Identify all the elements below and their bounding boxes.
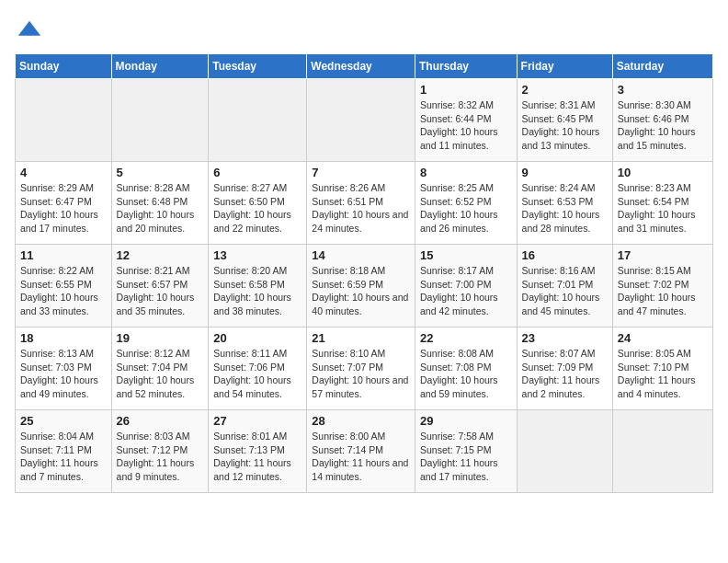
day-info: Sunrise: 8:30 AM Sunset: 6:46 PM Dayligh… <box>618 98 708 153</box>
day-info: Sunrise: 8:26 AM Sunset: 6:51 PM Dayligh… <box>312 181 410 236</box>
day-number: 5 <box>117 166 204 179</box>
header-row: SundayMondayTuesdayWednesdayThursdayFrid… <box>16 54 713 79</box>
day-cell: 18Sunrise: 8:13 AM Sunset: 7:03 PM Dayli… <box>16 327 112 410</box>
day-info: Sunrise: 8:10 AM Sunset: 7:07 PM Dayligh… <box>312 347 410 401</box>
day-number: 10 <box>618 166 708 179</box>
day-number: 17 <box>618 248 708 262</box>
day-info: Sunrise: 8:29 AM Sunset: 6:47 PM Dayligh… <box>20 181 107 236</box>
header-cell-monday: Monday <box>111 54 209 79</box>
day-cell: 5Sunrise: 8:28 AM Sunset: 6:48 PM Daylig… <box>111 162 209 245</box>
day-info: Sunrise: 8:07 AM Sunset: 7:09 PM Dayligh… <box>522 347 608 401</box>
day-info: Sunrise: 8:12 AM Sunset: 7:04 PM Dayligh… <box>117 347 204 401</box>
day-cell: 14Sunrise: 8:18 AM Sunset: 6:59 PM Dayli… <box>307 245 415 327</box>
day-number: 6 <box>213 166 301 179</box>
day-info: Sunrise: 8:00 AM Sunset: 7:14 PM Dayligh… <box>312 430 410 484</box>
calendar-header: SundayMondayTuesdayWednesdayThursdayFrid… <box>16 54 713 79</box>
day-number: 19 <box>117 331 204 345</box>
day-info: Sunrise: 8:05 AM Sunset: 7:10 PM Dayligh… <box>618 347 708 401</box>
day-number: 28 <box>312 414 410 428</box>
week-row-0: 1Sunrise: 8:32 AM Sunset: 6:44 PM Daylig… <box>16 79 713 162</box>
header-cell-friday: Friday <box>517 54 612 79</box>
day-info: Sunrise: 8:23 AM Sunset: 6:54 PM Dayligh… <box>618 181 708 236</box>
day-number: 2 <box>522 83 608 97</box>
day-cell <box>111 79 209 162</box>
day-info: Sunrise: 8:27 AM Sunset: 6:50 PM Dayligh… <box>213 181 301 236</box>
day-cell: 12Sunrise: 8:21 AM Sunset: 6:57 PM Dayli… <box>111 245 209 327</box>
header-cell-saturday: Saturday <box>612 54 712 79</box>
day-cell: 17Sunrise: 8:15 AM Sunset: 7:02 PM Dayli… <box>612 245 712 327</box>
logo <box>15 18 42 44</box>
day-number: 3 <box>618 83 708 97</box>
day-cell: 23Sunrise: 8:07 AM Sunset: 7:09 PM Dayli… <box>517 327 612 410</box>
day-cell: 21Sunrise: 8:10 AM Sunset: 7:07 PM Dayli… <box>307 327 415 410</box>
day-cell: 6Sunrise: 8:27 AM Sunset: 6:50 PM Daylig… <box>209 162 307 245</box>
day-cell <box>16 79 112 162</box>
day-info: Sunrise: 8:25 AM Sunset: 6:52 PM Dayligh… <box>420 181 512 236</box>
day-cell: 19Sunrise: 8:12 AM Sunset: 7:04 PM Dayli… <box>111 327 209 410</box>
day-cell: 2Sunrise: 8:31 AM Sunset: 6:45 PM Daylig… <box>517 79 612 162</box>
day-cell: 3Sunrise: 8:30 AM Sunset: 6:46 PM Daylig… <box>612 79 712 162</box>
day-info: Sunrise: 8:11 AM Sunset: 7:06 PM Dayligh… <box>213 347 301 401</box>
header-cell-tuesday: Tuesday <box>209 54 307 79</box>
day-number: 25 <box>20 414 107 428</box>
day-info: Sunrise: 8:04 AM Sunset: 7:11 PM Dayligh… <box>20 430 107 484</box>
day-cell: 9Sunrise: 8:24 AM Sunset: 6:53 PM Daylig… <box>517 162 612 245</box>
day-info: Sunrise: 8:20 AM Sunset: 6:58 PM Dayligh… <box>213 264 301 318</box>
day-number: 18 <box>20 331 107 345</box>
svg-marker-0 <box>18 21 40 36</box>
calendar-body: 1Sunrise: 8:32 AM Sunset: 6:44 PM Daylig… <box>16 79 713 493</box>
day-number: 21 <box>312 331 410 345</box>
day-number: 7 <box>312 166 410 179</box>
day-cell: 7Sunrise: 8:26 AM Sunset: 6:51 PM Daylig… <box>307 162 415 245</box>
day-info: Sunrise: 8:32 AM Sunset: 6:44 PM Dayligh… <box>420 98 512 153</box>
calendar-table: SundayMondayTuesdayWednesdayThursdayFrid… <box>15 53 713 493</box>
day-info: Sunrise: 8:13 AM Sunset: 7:03 PM Dayligh… <box>20 347 107 401</box>
day-cell: 10Sunrise: 8:23 AM Sunset: 6:54 PM Dayli… <box>612 162 712 245</box>
day-cell <box>517 410 612 493</box>
day-cell <box>307 79 415 162</box>
day-number: 9 <box>522 166 608 179</box>
day-info: Sunrise: 8:16 AM Sunset: 7:01 PM Dayligh… <box>522 264 608 318</box>
week-row-2: 11Sunrise: 8:22 AM Sunset: 6:55 PM Dayli… <box>16 245 713 327</box>
day-cell: 22Sunrise: 8:08 AM Sunset: 7:08 PM Dayli… <box>415 327 517 410</box>
day-cell: 11Sunrise: 8:22 AM Sunset: 6:55 PM Dayli… <box>16 245 112 327</box>
day-cell: 13Sunrise: 8:20 AM Sunset: 6:58 PM Dayli… <box>209 245 307 327</box>
day-info: Sunrise: 8:31 AM Sunset: 6:45 PM Dayligh… <box>522 98 608 153</box>
day-cell <box>209 79 307 162</box>
day-number: 27 <box>213 414 301 428</box>
week-row-4: 25Sunrise: 8:04 AM Sunset: 7:11 PM Dayli… <box>16 410 713 493</box>
day-cell: 20Sunrise: 8:11 AM Sunset: 7:06 PM Dayli… <box>209 327 307 410</box>
day-info: Sunrise: 8:08 AM Sunset: 7:08 PM Dayligh… <box>420 347 512 401</box>
logo-icon <box>17 18 42 44</box>
day-cell: 4Sunrise: 8:29 AM Sunset: 6:47 PM Daylig… <box>16 162 112 245</box>
day-info: Sunrise: 8:21 AM Sunset: 6:57 PM Dayligh… <box>117 264 204 318</box>
day-cell: 27Sunrise: 8:01 AM Sunset: 7:13 PM Dayli… <box>209 410 307 493</box>
day-number: 16 <box>522 248 608 262</box>
day-number: 22 <box>420 331 512 345</box>
day-cell: 29Sunrise: 7:58 AM Sunset: 7:15 PM Dayli… <box>415 410 517 493</box>
week-row-1: 4Sunrise: 8:29 AM Sunset: 6:47 PM Daylig… <box>16 162 713 245</box>
day-info: Sunrise: 8:28 AM Sunset: 6:48 PM Dayligh… <box>117 181 204 236</box>
header-cell-thursday: Thursday <box>415 54 517 79</box>
day-number: 23 <box>522 331 608 345</box>
day-info: Sunrise: 8:03 AM Sunset: 7:12 PM Dayligh… <box>117 430 204 484</box>
day-info: Sunrise: 7:58 AM Sunset: 7:15 PM Dayligh… <box>420 430 512 484</box>
day-info: Sunrise: 8:22 AM Sunset: 6:55 PM Dayligh… <box>20 264 107 318</box>
day-cell: 25Sunrise: 8:04 AM Sunset: 7:11 PM Dayli… <box>16 410 112 493</box>
day-number: 13 <box>213 248 301 262</box>
day-cell: 8Sunrise: 8:25 AM Sunset: 6:52 PM Daylig… <box>415 162 517 245</box>
day-number: 15 <box>420 248 512 262</box>
day-cell: 15Sunrise: 8:17 AM Sunset: 7:00 PM Dayli… <box>415 245 517 327</box>
day-number: 11 <box>20 248 107 262</box>
day-info: Sunrise: 8:17 AM Sunset: 7:00 PM Dayligh… <box>420 264 512 318</box>
day-number: 12 <box>117 248 204 262</box>
day-cell: 28Sunrise: 8:00 AM Sunset: 7:14 PM Dayli… <box>307 410 415 493</box>
day-cell: 16Sunrise: 8:16 AM Sunset: 7:01 PM Dayli… <box>517 245 612 327</box>
day-number: 14 <box>312 248 410 262</box>
day-info: Sunrise: 8:01 AM Sunset: 7:13 PM Dayligh… <box>213 430 301 484</box>
day-number: 29 <box>420 414 512 428</box>
header <box>15 15 713 44</box>
day-number: 24 <box>618 331 708 345</box>
day-number: 20 <box>213 331 301 345</box>
day-number: 8 <box>420 166 512 179</box>
